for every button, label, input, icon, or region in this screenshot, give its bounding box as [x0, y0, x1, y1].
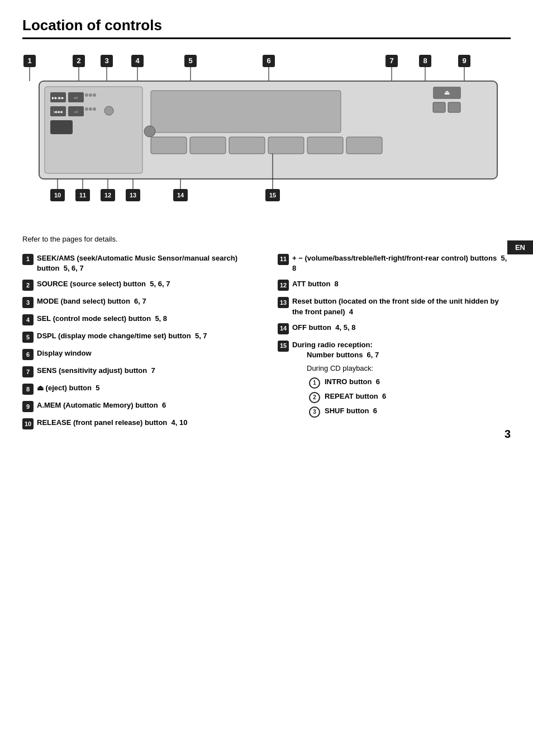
control-text-1: SEEK/AMS (seek/Automatic Music Sensor/ma… [37, 253, 255, 273]
svg-text:8: 8 [423, 56, 427, 65]
svg-text:9: 9 [462, 56, 466, 65]
control-item-8: 8 ⏏ (eject) button 5 [22, 383, 255, 395]
control-text-12: ATT button 8 [292, 279, 339, 289]
control-text-shuf: SHUF button 6 [325, 406, 377, 416]
control-badge-circle-3: 3 [309, 407, 320, 418]
svg-text:13: 13 [130, 192, 136, 199]
control-text-15-container: During radio reception: Number buttons 6… [292, 340, 386, 421]
control-text-intro: INTRO button 6 [325, 377, 380, 387]
svg-text:⏏: ⏏ [444, 89, 450, 96]
svg-text:12: 12 [104, 192, 111, 199]
control-item-12: 12 ATT button 8 [278, 279, 511, 291]
svg-rect-51 [151, 137, 187, 154]
control-subitem-cd-label: During CD playback: [307, 363, 386, 374]
svg-point-40 [85, 107, 88, 111]
page-number: 3 [505, 428, 511, 441]
control-badge-4: 4 [22, 314, 34, 325]
control-item-11: 11 + − (volume/bass/treble/left-right/fr… [278, 253, 511, 273]
svg-text:14: 14 [177, 192, 184, 199]
control-badge-5: 5 [22, 332, 34, 343]
control-text-6: Display window [37, 348, 92, 358]
svg-point-34 [89, 93, 92, 97]
control-item-10: 10 RELEASE (front panel release) button … [22, 418, 255, 429]
svg-point-35 [93, 93, 96, 97]
control-subitem-repeat: 2 REPEAT button 6 [309, 391, 386, 403]
control-badge-15: 15 [278, 341, 289, 352]
svg-rect-53 [229, 137, 265, 154]
control-item-15: 15 During radio reception: Number button… [278, 340, 511, 421]
diagram-area: 1 2 3 4 5 6 7 8 9 [22, 50, 508, 218]
svg-rect-44 [50, 120, 73, 134]
control-badge-10: 10 [22, 418, 34, 429]
svg-text:4: 4 [135, 56, 140, 65]
control-badge-circle-2: 2 [309, 392, 320, 403]
svg-text:7: 7 [389, 56, 393, 65]
control-item-13: 13 Reset button (located on the front si… [278, 296, 511, 316]
refer-text: Refer to the pages for details. [22, 235, 511, 243]
svg-text:−⊂: −⊂ [74, 110, 79, 114]
control-badge-1: 1 [22, 254, 34, 265]
control-text-5: DSPL (display mode change/time set) butt… [37, 331, 207, 341]
svg-text:1: 1 [27, 56, 31, 65]
svg-rect-54 [268, 137, 304, 154]
svg-text:5: 5 [188, 56, 192, 65]
svg-rect-49 [433, 102, 445, 112]
svg-text:6: 6 [266, 56, 270, 65]
control-text-9: A.MEM (Automatic Memory) button 6 [37, 400, 166, 410]
control-badge-7: 7 [22, 366, 34, 377]
svg-rect-50 [448, 102, 460, 112]
control-text-repeat: REPEAT button 6 [325, 391, 386, 401]
control-item-9: 9 A.MEM (Automatic Memory) button 6 [22, 400, 255, 412]
control-badge-11: 11 [278, 254, 289, 265]
control-badge-13: 13 [278, 297, 289, 308]
svg-text:11: 11 [79, 192, 86, 199]
control-item-1: 1 SEEK/AMS (seek/Automatic Music Sensor/… [22, 253, 255, 273]
control-badge-circle-1: 1 [309, 377, 320, 389]
control-badge-2: 2 [22, 280, 34, 291]
svg-point-43 [104, 106, 113, 115]
control-badge-9: 9 [22, 401, 34, 412]
svg-rect-55 [307, 137, 343, 154]
control-text-2: SOURCE (source select) button 5, 6, 7 [37, 279, 170, 289]
control-text-14: OFF button 4, 5, 8 [292, 323, 355, 333]
control-item-2: 2 SOURCE (source select) button 5, 6, 7 [22, 279, 255, 291]
svg-point-41 [89, 107, 92, 111]
control-item-4: 4 SEL (control mode select) button 5, 8 [22, 314, 255, 325]
svg-point-46 [144, 126, 155, 137]
control-subitem-shuf: 3 SHUF button 6 [309, 406, 386, 418]
svg-text:15: 15 [269, 192, 276, 199]
control-badge-3: 3 [22, 297, 34, 308]
control-text-15-main: During radio reception: [292, 340, 386, 350]
control-subitem-number-buttons: Number buttons 6, 7 [307, 350, 386, 360]
control-item-14: 14 OFF button 4, 5, 8 [278, 323, 511, 334]
control-text-11: + − (volume/bass/treble/left-right/front… [292, 253, 511, 273]
control-text-13: Reset button (located on the front side … [292, 296, 511, 316]
svg-point-42 [93, 107, 96, 111]
svg-text:2: 2 [77, 56, 80, 65]
svg-rect-45 [151, 91, 341, 133]
page-title: Location of controls [22, 17, 511, 39]
control-item-7: 7 SENS (sensitivity adjust) button 7 [22, 366, 255, 377]
control-badge-14: 14 [278, 323, 289, 334]
control-text-7: SENS (sensitivity adjust) button 7 [37, 366, 155, 376]
control-badge-12: 12 [278, 280, 289, 291]
svg-point-33 [85, 93, 88, 97]
control-text-3: MODE (band select) button 6, 7 [37, 296, 146, 306]
svg-rect-56 [346, 137, 382, 154]
control-item-6: 6 Display window [22, 348, 255, 360]
svg-text:10: 10 [54, 192, 61, 199]
control-badge-6: 6 [22, 349, 34, 360]
control-text-10: RELEASE (front panel release) button 4, … [37, 418, 187, 428]
control-item-3: 3 MODE (band select) button 6, 7 [22, 296, 255, 308]
control-item-5: 5 DSPL (display mode change/time set) bu… [22, 331, 255, 343]
controls-grid: 1 SEEK/AMS (seek/Automatic Music Sensor/… [22, 253, 511, 435]
en-badge-inline: EN [507, 240, 533, 254]
svg-rect-52 [190, 137, 226, 154]
control-text-4: SEL (control mode select) button 5, 8 [37, 314, 167, 324]
control-badge-8: 8 [22, 384, 34, 395]
left-controls-column: 1 SEEK/AMS (seek/Automatic Music Sensor/… [22, 253, 255, 435]
control-text-8: ⏏ (eject) button 5 [37, 383, 99, 393]
right-controls-column: 11 + − (volume/bass/treble/left-right/fr… [278, 253, 511, 435]
svg-text:▶▶|▶▶: ▶▶|▶▶ [52, 96, 64, 100]
svg-text:|◀◀◀: |◀◀◀ [54, 110, 63, 114]
